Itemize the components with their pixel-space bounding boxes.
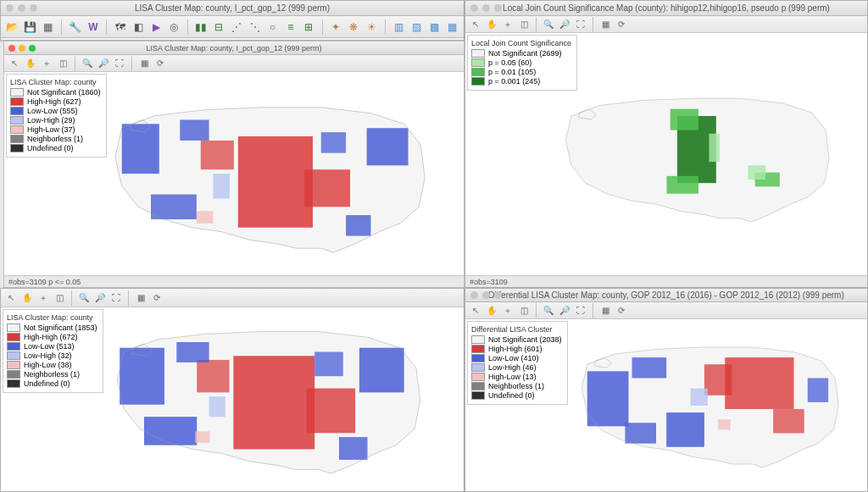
target-icon[interactable]: ◎ xyxy=(168,19,181,35)
sa3-icon[interactable]: ▩ xyxy=(428,19,441,35)
legend-row[interactable]: Low-High (29) xyxy=(10,116,101,124)
plus-icon[interactable]: ＋ xyxy=(502,305,514,317)
sa1-icon[interactable]: ▥ xyxy=(392,19,405,35)
refresh-icon[interactable]: ⟳ xyxy=(615,19,627,30)
refresh-icon[interactable]: ⟳ xyxy=(151,292,163,304)
pointer-icon[interactable]: ↖ xyxy=(470,19,481,30)
play-icon[interactable]: ▶ xyxy=(150,19,163,35)
legend-row[interactable]: Undefined (0) xyxy=(10,144,101,152)
refresh-icon[interactable]: ⟳ xyxy=(615,305,627,317)
box-icon[interactable]: ⊟ xyxy=(213,19,225,35)
legend-row[interactable]: High-High (601) xyxy=(471,345,562,353)
legend-row[interactable]: Low-Low (513) xyxy=(7,342,97,351)
plus-icon[interactable]: ＋ xyxy=(37,292,49,304)
legend-row[interactable]: Low-Low (410) xyxy=(471,354,562,362)
hand-icon[interactable]: ✋ xyxy=(25,58,36,69)
hand-icon[interactable]: ✋ xyxy=(486,305,498,317)
legend-br: Differential LISA Cluster Not Significan… xyxy=(467,321,568,405)
pointer-icon[interactable]: ↖ xyxy=(5,292,17,304)
zoom-in-icon[interactable]: 🔍 xyxy=(81,58,93,69)
legend-swatch xyxy=(471,58,485,67)
scatter-icon[interactable]: ⋰ xyxy=(231,19,243,35)
extent-icon[interactable]: ⛶ xyxy=(575,19,587,30)
sa2-icon[interactable]: ▨ xyxy=(410,19,423,35)
legend-title-tr: Local Join Count Significance xyxy=(471,39,571,47)
legend-label: High-High (627) xyxy=(27,97,81,106)
extent-icon[interactable]: ⛶ xyxy=(575,305,587,317)
hist-icon[interactable]: ▮▮ xyxy=(195,19,208,35)
map-br[interactable]: Differential LISA Cluster Not Significan… xyxy=(465,319,867,491)
zoom-out-icon[interactable]: 🔎 xyxy=(559,19,570,30)
table-icon[interactable]: ▦ xyxy=(42,19,54,35)
zoom-in-icon[interactable]: 🔍 xyxy=(78,292,90,304)
map-icon[interactable]: 🗺 xyxy=(114,19,126,35)
settings-icon[interactable]: ▦ xyxy=(599,19,611,30)
cluster1-icon[interactable]: ✦ xyxy=(329,19,342,35)
plus-icon[interactable]: ＋ xyxy=(41,58,53,69)
pcp-icon[interactable]: ≡ xyxy=(284,19,297,35)
legend-row[interactable]: High-Low (38) xyxy=(7,361,97,369)
hand-icon[interactable]: ✋ xyxy=(21,292,33,304)
cube-icon[interactable]: ◫ xyxy=(57,58,69,69)
legend-row[interactable]: p = 0.001 (245) xyxy=(471,77,571,86)
cluster3-icon[interactable]: ☀ xyxy=(365,19,378,35)
extent-icon[interactable]: ⛶ xyxy=(114,58,125,69)
legend-row[interactable]: Undefined (0) xyxy=(471,391,562,400)
open-icon[interactable]: 📂 xyxy=(6,19,19,35)
legend-row[interactable]: High-High (627) xyxy=(10,97,101,106)
legend-row[interactable]: p = 0.01 (105) xyxy=(471,68,571,76)
legend-row[interactable]: Low-High (32) xyxy=(7,351,97,360)
legend-row[interactable]: Not Significant (1853) xyxy=(7,323,97,332)
legend-row[interactable]: Not Significant (2699) xyxy=(471,49,571,58)
hand-icon[interactable]: ✋ xyxy=(486,19,498,30)
zoom-out-icon[interactable]: 🔎 xyxy=(97,58,109,69)
legend-row[interactable]: p = 0.05 (60) xyxy=(471,58,571,67)
zoom-out-icon[interactable]: 🔎 xyxy=(559,305,570,317)
legend-row[interactable]: High-High (672) xyxy=(7,333,97,341)
settings-icon[interactable]: ▦ xyxy=(138,58,150,69)
legend-row[interactable]: Neighborless (1) xyxy=(10,135,101,143)
titlebar-tl[interactable]: LISA Cluster Map: county, I_pct_gop_12 (… xyxy=(4,41,464,55)
titlebar-tr[interactable]: Local Join Count Significance Map (count… xyxy=(465,1,867,16)
pointer-icon[interactable]: ↖ xyxy=(8,58,20,69)
legend-row[interactable]: Low-Low (555) xyxy=(10,107,101,115)
zoom-in-icon[interactable]: 🔍 xyxy=(542,19,554,30)
cube-icon[interactable]: ◫ xyxy=(518,305,530,317)
layers-icon[interactable]: ◧ xyxy=(131,19,144,35)
map-tl[interactable]: LISA Cluster Map: county Not Significant… xyxy=(4,72,464,275)
tools-icon[interactable]: 🔧 xyxy=(69,19,81,35)
legend-label: Low-High (29) xyxy=(27,116,75,124)
pointer-icon[interactable]: ↖ xyxy=(470,305,481,317)
settings-icon[interactable]: ▦ xyxy=(599,305,611,317)
cube-icon[interactable]: ◫ xyxy=(518,19,530,30)
zoom-out-icon[interactable]: 🔎 xyxy=(94,292,106,304)
plus-icon[interactable]: ＋ xyxy=(502,19,514,30)
main-titlebar[interactable]: LISA Cluster Map: county, I_pct_gop_12 (… xyxy=(1,1,464,16)
legend-row[interactable]: Low-High (46) xyxy=(471,363,562,372)
legend-row[interactable]: Neighborless (1) xyxy=(7,370,97,379)
weights-icon[interactable]: W xyxy=(86,19,99,35)
cond-icon[interactable]: ⊞ xyxy=(302,19,314,35)
titlebar-br[interactable]: Differential LISA Cluster Map: county, G… xyxy=(465,289,867,302)
cube-icon[interactable]: ◫ xyxy=(53,292,65,304)
map-bl[interactable]: LISA Cluster Map: county Not Significant… xyxy=(1,307,464,491)
legend-row[interactable]: High-Low (13) xyxy=(471,373,562,381)
map-tr[interactable]: Local Join Count Significance Not Signif… xyxy=(465,33,867,275)
scatter2-icon[interactable]: ⋱ xyxy=(248,19,261,35)
save-icon[interactable]: 💾 xyxy=(24,19,36,35)
svg-rect-37 xyxy=(718,419,731,429)
sa4-icon[interactable]: ▦ xyxy=(446,19,459,35)
zoom-in-icon[interactable]: 🔍 xyxy=(542,305,554,317)
legend-row[interactable]: Not Significant (1860) xyxy=(10,88,101,97)
bubble-icon[interactable]: ○ xyxy=(266,19,279,35)
legend-label: Undefined (0) xyxy=(27,144,74,152)
legend-row[interactable]: Neighborless (1) xyxy=(471,382,562,390)
extent-icon[interactable]: ⛶ xyxy=(110,292,122,304)
refresh-icon[interactable]: ⟳ xyxy=(154,58,166,69)
legend-row[interactable]: High-Low (37) xyxy=(10,125,101,134)
cluster2-icon[interactable]: ❋ xyxy=(348,19,360,35)
svg-rect-11 xyxy=(151,195,197,219)
settings-icon[interactable]: ▦ xyxy=(135,292,147,304)
legend-row[interactable]: Undefined (0) xyxy=(7,379,97,388)
legend-row[interactable]: Not Significant (2038) xyxy=(471,335,562,344)
